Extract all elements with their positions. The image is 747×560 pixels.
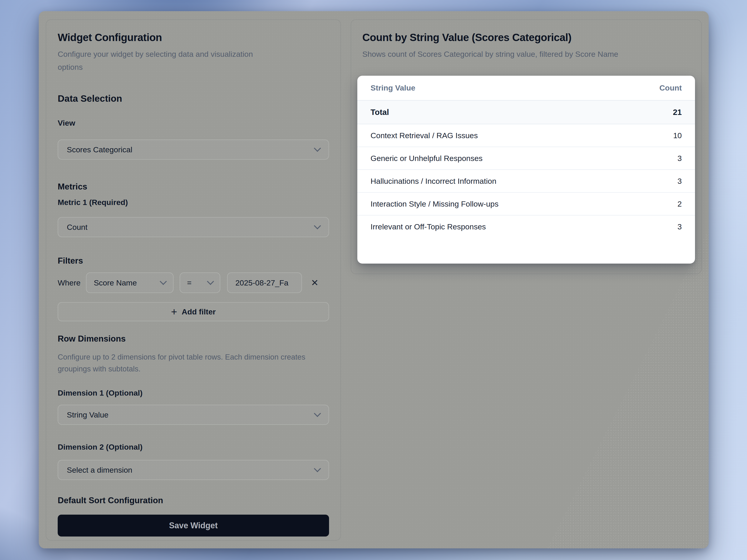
table-row: Irrelevant or Off-Topic Responses3	[357, 215, 695, 238]
remove-filter-button[interactable]: ✕	[309, 277, 320, 289]
section-filters: Filters	[58, 256, 329, 265]
row-string-value: Interaction Style / Missing Follow-ups	[357, 193, 614, 215]
filter-operator-select[interactable]: =	[180, 273, 220, 293]
chevron-down-icon	[314, 465, 321, 472]
filter-row: Where Score Name = 2025-08-27_Fa ✕	[58, 273, 329, 293]
filter-field-select[interactable]: Score Name	[86, 273, 174, 293]
filter-operator-value: =	[187, 278, 191, 287]
preview-panel: Count by String Value (Scores Categorica…	[351, 19, 702, 274]
section-default-sort: Default Sort Configuration	[58, 496, 329, 505]
dimension1-select-value: String Value	[67, 410, 108, 419]
dimension2-select[interactable]: Select a dimension	[58, 460, 329, 480]
row-count: 2	[614, 193, 695, 215]
row-count: 10	[614, 124, 695, 147]
table-row: Interaction Style / Missing Follow-ups2	[357, 193, 695, 215]
widget-config-dialog: Widget Configuration Configure your widg…	[39, 11, 709, 549]
row-dimensions-description: Configure up to 2 dimensions for pivot t…	[58, 351, 329, 375]
filter-value-text: 2025-08-27_Fa	[235, 278, 288, 287]
preview-subtitle: Shows count of Scores Categorical by str…	[362, 48, 690, 61]
metric1-label: Metric 1 (Required)	[58, 198, 329, 207]
preview-header: Count by String Value (Scores Categorica…	[357, 31, 695, 61]
view-select[interactable]: Scores Categorical	[58, 139, 329, 160]
add-filter-button[interactable]: + Add filter	[58, 302, 329, 321]
configuration-panel: Widget Configuration Configure your widg…	[46, 19, 341, 541]
dimension1-label: Dimension 1 (Optional)	[58, 388, 329, 398]
metric1-select-value: Count	[67, 223, 87, 232]
view-select-value: Scores Categorical	[67, 145, 132, 154]
panel-subtitle: Configure your widget by selecting data …	[58, 48, 277, 74]
table-row: Context Retrieval / RAG Issues10	[357, 124, 695, 147]
dimension1-select[interactable]: String Value	[58, 405, 329, 425]
metric1-select[interactable]: Count	[58, 217, 329, 237]
chevron-down-icon	[314, 222, 321, 229]
table-header-row: String Value Count	[357, 76, 695, 100]
row-count: 3	[614, 170, 695, 193]
section-metrics: Metrics	[58, 182, 329, 192]
section-row-dimensions: Row Dimensions	[58, 334, 329, 343]
row-count: 3	[614, 215, 695, 238]
chevron-down-icon	[314, 410, 321, 417]
panel-title: Widget Configuration	[58, 31, 329, 44]
table-total-row: Total 21	[357, 100, 695, 124]
table-row: Hallucinations / Incorrect Information3	[357, 170, 695, 193]
column-header-count: Count	[614, 76, 695, 100]
filter-value-input[interactable]: 2025-08-27_Fa	[227, 273, 302, 293]
total-label: Total	[357, 100, 614, 124]
pivot-table-card: String Value Count Total 21 Context Retr…	[357, 76, 695, 263]
table-row: Generic or Unhelpful Responses3	[357, 147, 695, 170]
filter-field-value: Score Name	[94, 278, 137, 287]
row-string-value: Hallucinations / Incorrect Information	[357, 170, 614, 193]
chevron-down-icon	[207, 278, 214, 285]
row-count: 3	[614, 147, 695, 170]
dimension2-label: Dimension 2 (Optional)	[58, 442, 329, 452]
save-widget-button[interactable]: Save Widget	[58, 515, 329, 536]
pivot-table: String Value Count Total 21 Context Retr…	[357, 76, 695, 238]
column-header-string-value: String Value	[357, 76, 614, 100]
chevron-down-icon	[160, 278, 167, 285]
row-string-value: Generic or Unhelpful Responses	[357, 147, 614, 170]
filter-where-label: Where	[58, 278, 80, 287]
chevron-down-icon	[314, 145, 321, 152]
section-data-selection: Data Selection	[58, 93, 329, 104]
preview-title: Count by String Value (Scores Categorica…	[362, 31, 690, 44]
add-filter-label: Add filter	[182, 307, 216, 316]
row-string-value: Context Retrieval / RAG Issues	[357, 124, 614, 147]
row-string-value: Irrelevant or Off-Topic Responses	[357, 215, 614, 238]
close-icon: ✕	[311, 278, 318, 288]
view-label: View	[58, 119, 329, 127]
total-count: 21	[614, 100, 695, 124]
dimension2-select-value: Select a dimension	[67, 466, 132, 475]
